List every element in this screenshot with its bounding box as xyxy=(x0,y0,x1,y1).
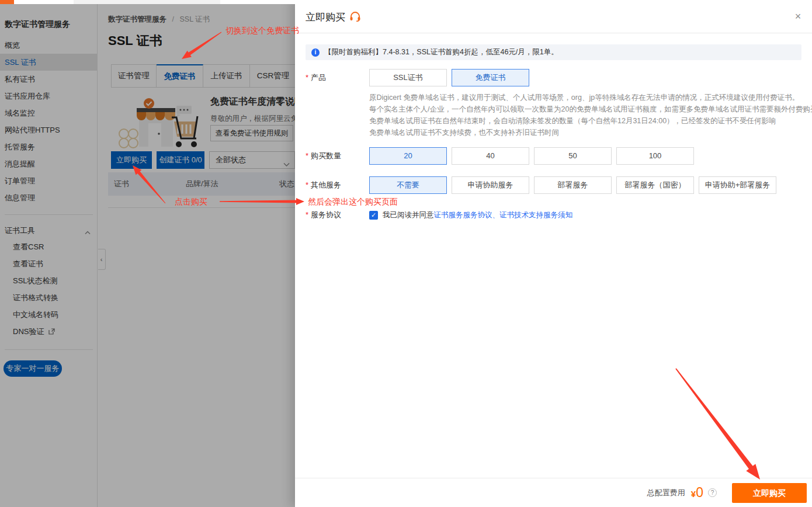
buy-now-button-drawer[interactable]: 立即购买 xyxy=(732,483,807,503)
option-service-deploy-gm[interactable]: 部署服务（国密） xyxy=(616,176,694,194)
quantity-label: *购买数量 xyxy=(306,147,341,165)
top-strip xyxy=(0,0,295,4)
drawer-footer: 总配置费用 ¥0 ? 立即购买 xyxy=(295,478,812,507)
option-service-deploy[interactable]: 部署服务 xyxy=(534,176,612,194)
agreement-row: ✓ 我已阅读并同意 证书服务服务协议 、 证书技术支持服务须知 xyxy=(369,210,572,220)
agreement-separator: 、 xyxy=(492,210,500,220)
option-ssl-cert[interactable]: SSL证书 xyxy=(369,69,447,86)
desc-line: 免费单域名试用证书不支持续费，也不支持补齐旧证书时间 xyxy=(369,127,812,138)
option-qty-50[interactable]: 50 xyxy=(534,147,612,165)
promo-banner: i 【限时首购福利】7.4-8.31，SSL证书首购4折起，低至46元/月，限1… xyxy=(306,44,801,60)
desc-line: 每个实名主体个人/企业，一个自然年内可以领取一次数量为20的免费单域名试用证书额… xyxy=(369,103,812,115)
total-fee-amount: ¥0 xyxy=(691,485,703,501)
agreement-label: *服务协议 xyxy=(306,206,341,224)
desc-line: 原Digicert 免费单域名证书，建议用于测试、个人试用等场景，org、jp等… xyxy=(369,92,812,103)
tech-support-link[interactable]: 证书技术支持服务须知 xyxy=(499,210,572,220)
top-strip-segment xyxy=(74,0,220,4)
service-agreement-link[interactable]: 证书服务服务协议 xyxy=(434,210,492,220)
option-service-none[interactable]: 不需要 xyxy=(369,176,447,194)
product-label: *产品 xyxy=(306,69,326,86)
total-fee-label: 总配置费用 xyxy=(647,488,685,498)
services-options: 不需要 申请协助服务 部署服务 部署服务（国密） 申请协助+部署服务 xyxy=(369,176,776,194)
modal-mask[interactable] xyxy=(0,4,295,507)
option-free-cert[interactable]: 免费证书 xyxy=(452,69,529,86)
option-service-assist[interactable]: 申请协助服务 xyxy=(452,176,529,194)
headset-icon[interactable] xyxy=(349,12,361,24)
app-root: 数字证书管理服务 概览 SSL 证书 私有证书 证书应用仓库 域名监控 网站代理… xyxy=(0,0,812,507)
info-icon: i xyxy=(311,48,320,57)
option-qty-100[interactable]: 100 xyxy=(616,147,694,165)
product-description: 原Digicert 免费单域名证书，建议用于测试、个人试用等场景，org、jp等… xyxy=(369,92,812,138)
promo-banner-text: 【限时首购福利】7.4-8.31，SSL证书首购4折起，低至46元/月，限1单。 xyxy=(324,47,558,57)
option-service-assist-deploy[interactable]: 申请协助+部署服务 xyxy=(699,176,776,194)
product-options: SSL证书 免费证书 xyxy=(369,69,529,86)
services-label: *其他服务 xyxy=(306,176,341,194)
agreement-prefix: 我已阅读并同意 xyxy=(383,210,434,220)
quantity-options: 20 40 50 100 xyxy=(369,147,694,165)
drawer-title: 立即购买 xyxy=(306,11,345,24)
help-question-icon[interactable]: ? xyxy=(708,488,717,497)
option-qty-20[interactable]: 20 xyxy=(369,147,447,165)
desc-line: 免费单域名试用证书在自然年结束时，会自动清除未签发的数量（每个自然年12月31日… xyxy=(369,115,812,127)
agreement-checkbox[interactable]: ✓ xyxy=(369,211,378,220)
drawer-header: 立即购买 × xyxy=(295,0,812,33)
option-qty-40[interactable]: 40 xyxy=(452,147,529,165)
logo-square xyxy=(0,0,14,4)
close-icon[interactable]: × xyxy=(790,8,806,25)
purchase-drawer: 立即购买 × i 【限时首购福利】7.4-8.31，SSL证书首购4折起，低至4… xyxy=(295,0,812,507)
